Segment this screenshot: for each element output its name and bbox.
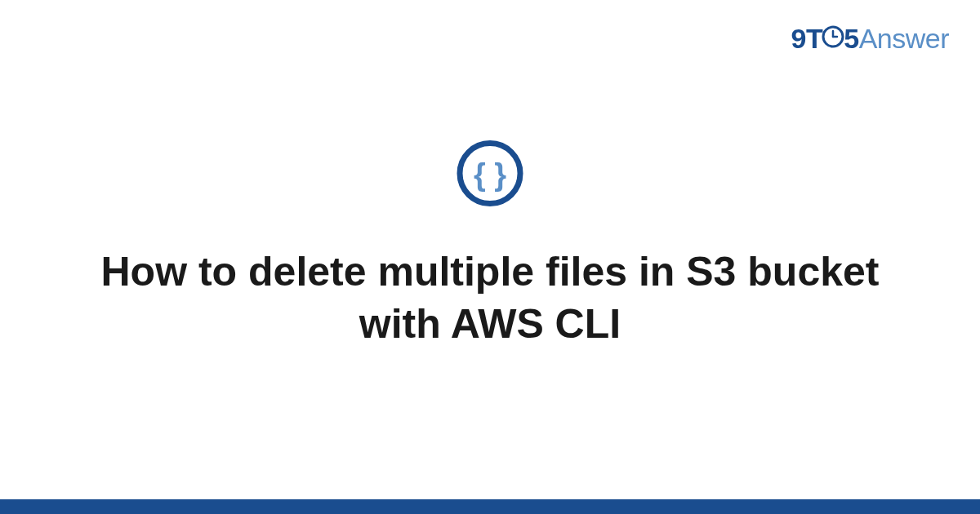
code-braces-icon: { }: [456, 140, 524, 211]
logo-t: T: [806, 23, 822, 54]
logo-answer: Answer: [859, 23, 949, 54]
main-content: { } How to delete multiple files in S3 b…: [0, 140, 980, 350]
page-title: How to delete multiple files in S3 bucke…: [90, 246, 890, 350]
svg-text:{ }: { }: [474, 157, 506, 192]
clock-icon: [821, 24, 845, 55]
logo-nine: 9: [791, 23, 806, 54]
footer-accent-bar: [0, 499, 980, 514]
logo-five: 5: [844, 23, 858, 54]
brand-logo: 9T 5Answer: [791, 23, 950, 57]
